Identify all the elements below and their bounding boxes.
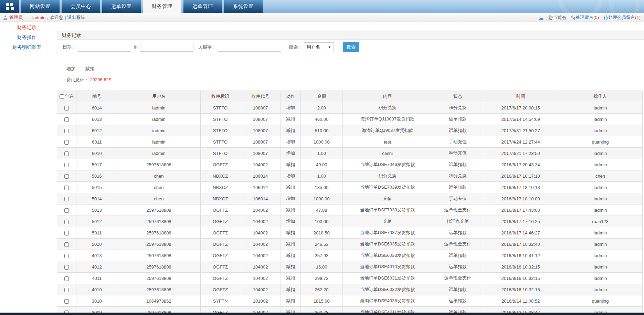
table-cell: 减扣 — [281, 159, 300, 170]
table-cell: 108007 — [240, 136, 281, 148]
search-type-label: 搜索： — [289, 44, 302, 50]
row-checkbox[interactable] — [64, 163, 69, 167]
table-cell: iadmin — [117, 114, 201, 125]
row-checkbox[interactable] — [64, 140, 69, 145]
table-header-cell: 收件标识 — [200, 91, 240, 102]
sidebar-item[interactable]: 财务明细图表 — [0, 42, 54, 52]
table-cell: 108007 — [240, 148, 281, 159]
sidebar-item[interactable]: 财务操作 — [0, 32, 54, 42]
table-cell: 减扣 — [281, 273, 300, 284]
table-row: 50122597618808OGFTZ104002增加100.00充值代理点充值… — [57, 216, 643, 227]
table-cell: STFTO — [200, 114, 240, 125]
table-cell: 当地订单DSE7039发货扣款 — [343, 182, 432, 193]
table-cell: 积分兑换 — [432, 102, 483, 114]
table-cell: OGFTZ — [200, 261, 240, 273]
nav-decor-circle — [609, 0, 640, 13]
table-cell: chen — [117, 182, 201, 193]
table-cell: 1000.00 — [300, 193, 342, 204]
row-checkbox[interactable] — [64, 231, 69, 235]
row-checkbox[interactable] — [64, 117, 69, 122]
table-cell: 减扣 — [281, 114, 300, 125]
table-cell: iadmin — [558, 159, 642, 170]
select-all-checkbox[interactable] — [60, 94, 64, 99]
row-checkbox[interactable] — [64, 186, 69, 190]
nav-tab-label: 网站设置 — [30, 3, 51, 10]
nav-tabs: 网站设置会员中心运单设置财务管理运单管理系统设置 — [21, 0, 265, 13]
table-cell: iadmin — [558, 193, 642, 204]
nav-tab[interactable]: 网站设置 — [21, 0, 60, 13]
panel-title: 财务记录 — [57, 31, 644, 40]
row-checkbox[interactable] — [64, 276, 69, 281]
date-to-input[interactable] — [140, 43, 193, 52]
row-checkbox[interactable] — [64, 208, 69, 213]
table-cell: 2017/6/14 14:54:09 — [483, 114, 558, 125]
table-cell: chen — [117, 193, 201, 204]
logout-link[interactable]: 退出系统 — [67, 14, 85, 21]
row-checkbox[interactable] — [64, 299, 69, 304]
table-cell: 4012 — [76, 261, 117, 273]
table-cell: 2017/4/24 12:27:44 — [483, 136, 558, 148]
content-area: 财务记录财务操作财务明细图表 财务记录 日期： 到 关键字： 搜索： 用户名 ▼… — [0, 22, 644, 313]
row-checkbox[interactable] — [64, 288, 69, 292]
table-cell: 16.00 — [300, 261, 342, 273]
table-cell: 2597618808 — [117, 159, 201, 170]
total-line: 费用总计： 29296.62$ — [57, 77, 644, 83]
table-cell: 2016/8/16 10:41:12 — [483, 250, 558, 261]
row-checkbox[interactable] — [64, 151, 69, 156]
search-type-select[interactable]: 用户名 ▼ — [304, 42, 334, 52]
row-checkbox[interactable] — [64, 265, 69, 270]
table-header-cell: 状态 — [432, 91, 483, 102]
nav-tab[interactable]: 财务管理 — [143, 0, 181, 13]
row-checkbox[interactable] — [64, 197, 69, 201]
sidebar-item[interactable]: 财务记录 — [0, 22, 54, 32]
keyword-input[interactable] — [218, 43, 281, 52]
table-cell: 104002 — [240, 261, 281, 273]
table-cell: OGFTZ — [200, 250, 240, 261]
table-cell: iadmin — [117, 102, 201, 114]
row-select-cell — [57, 204, 76, 216]
table-cell: 当地订单DSE4010发货扣款 — [343, 261, 432, 273]
apps-menu-button[interactable] — [0, 0, 19, 13]
pending-messages-link[interactable]: 待处理留言 — [571, 15, 593, 20]
table-cell: 2597618808 — [117, 204, 201, 216]
table-cell: 104002 — [240, 159, 281, 170]
row-checkbox[interactable] — [64, 254, 69, 258]
table-cell: 运单扣款 — [432, 295, 483, 307]
table-cell: 2597618808 — [117, 284, 201, 295]
pending-member-messages-link[interactable]: 待处理会员留言 — [604, 15, 635, 20]
row-checkbox[interactable] — [64, 242, 69, 247]
table-cell: 海淘订单QJ9037发货扣款 — [343, 125, 432, 136]
table-cell: 运单现金支付 — [432, 239, 483, 250]
table-cell: iadmin — [558, 273, 642, 284]
table-header-cell: 动作 — [281, 91, 300, 102]
table-cell: STFTO — [200, 125, 240, 136]
date-from-input[interactable] — [78, 43, 131, 52]
table-cell: 5010 — [76, 239, 117, 250]
row-checkbox[interactable] — [64, 129, 69, 133]
table-cell: iadmin — [558, 250, 642, 261]
add-link[interactable]: 增加 — [66, 66, 75, 71]
nav-tab[interactable]: 会员中心 — [62, 0, 100, 13]
row-checkbox[interactable] — [64, 220, 69, 224]
search-button[interactable]: 搜索 — [343, 42, 359, 52]
table-cell: iadmin — [558, 227, 642, 239]
table-row: 40102597618808OGFTZ104002减扣262.20当地订单DSE… — [57, 284, 643, 295]
nav-tab[interactable]: 运单管理 — [183, 0, 222, 13]
deduct-link[interactable]: 减扣 — [85, 66, 94, 71]
table-cell: 299.73 — [300, 273, 342, 284]
table-cell: 运单现金支付 — [432, 273, 483, 284]
table-cell: 5011 — [76, 227, 117, 239]
table-row: 6014iadminSTFTO108007增加2.00积分兑换积分兑换2017/… — [57, 102, 643, 114]
table-cell: 运单扣款 — [432, 125, 483, 136]
row-checkbox[interactable] — [64, 174, 69, 179]
table-cell: NBXCZ — [200, 182, 240, 193]
table-cell: 运单扣款 — [432, 284, 483, 295]
table-cell: iadmin — [558, 102, 642, 114]
table-cell: 2016/8/17 18:10:00 — [483, 193, 558, 204]
row-checkbox[interactable] — [64, 106, 69, 111]
nav-tab[interactable]: 运单设置 — [102, 0, 141, 13]
nav-tab[interactable]: 系统设置 — [224, 0, 263, 13]
table-cell: 当地订单DSE6031发货扣款 — [343, 273, 432, 284]
row-select-cell — [57, 136, 76, 148]
table-cell: 104002 — [240, 273, 281, 284]
